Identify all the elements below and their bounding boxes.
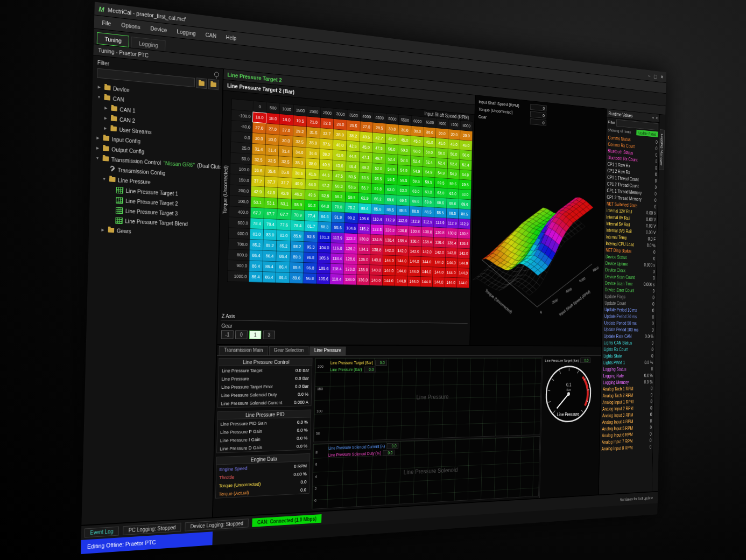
map-row-header[interactable]: 50.0 bbox=[230, 152, 252, 165]
gear-option-button[interactable]: 3 bbox=[263, 331, 275, 339]
runtime-item[interactable]: Lights CAN Status0 bbox=[602, 339, 655, 346]
map-cell[interactable]: 42.9 bbox=[251, 186, 265, 197]
map-cell[interactable]: 86.4 bbox=[263, 261, 276, 272]
map-cell[interactable]: 144.0 bbox=[433, 257, 445, 267]
map-col-header[interactable]: 6000 bbox=[411, 116, 424, 127]
runtime-item[interactable]: Logging Rate0.0 % bbox=[601, 372, 654, 379]
map-cell[interactable]: 47.1 bbox=[359, 152, 372, 163]
runtime-item[interactable]: Update Rate CAN0.0 % bbox=[602, 333, 656, 340]
map-cell[interactable]: 138.4 bbox=[458, 239, 470, 249]
map-cell[interactable]: 53.5 bbox=[346, 181, 359, 193]
map-col-header[interactable]: 0 bbox=[253, 101, 267, 113]
map-col-header[interactable]: 6500 bbox=[424, 117, 436, 128]
map-cell[interactable]: 67.7 bbox=[277, 209, 291, 220]
map-col-header[interactable]: 7500 bbox=[448, 119, 461, 130]
map-cell[interactable]: 53.5 bbox=[358, 172, 372, 184]
map-cell[interactable]: 60.3 bbox=[305, 200, 318, 211]
map-cell[interactable]: 142.0 bbox=[421, 247, 433, 257]
map-cell[interactable]: 59.8 bbox=[371, 183, 384, 194]
map-cell[interactable]: 29.2 bbox=[293, 125, 307, 137]
map-cell[interactable]: 28.5 bbox=[373, 122, 386, 134]
map-cell[interactable]: 69.6 bbox=[384, 194, 397, 205]
map-cell[interactable]: 86.4 bbox=[276, 272, 290, 283]
runtime-item[interactable]: Update Period 100 ms0 bbox=[602, 326, 656, 333]
map-cell[interactable]: 78.4 bbox=[291, 220, 305, 232]
map-cell[interactable]: 52.4 bbox=[423, 157, 435, 167]
map-cell[interactable]: 86.4 bbox=[276, 262, 290, 272]
menu-item-logging[interactable]: Logging bbox=[172, 26, 200, 38]
map-cell[interactable]: 46.4 bbox=[346, 161, 359, 172]
map-cell[interactable]: 41.9 bbox=[333, 150, 346, 161]
map-cell[interactable]: 40.5 bbox=[360, 131, 373, 143]
map-cell[interactable]: 59.5 bbox=[423, 177, 435, 187]
map-cell[interactable]: 144.0 bbox=[382, 275, 395, 285]
map-cell[interactable]: 112.9 bbox=[458, 219, 470, 229]
map-cell[interactable]: 30.0 bbox=[411, 125, 424, 137]
map-cell[interactable]: 130.8 bbox=[409, 226, 421, 237]
map-cell[interactable]: 36.0 bbox=[333, 129, 347, 141]
map-cell[interactable]: 70.0 bbox=[332, 201, 345, 213]
map-cell[interactable]: 112.9 bbox=[396, 215, 409, 226]
map-cell[interactable]: 50.0 bbox=[448, 149, 460, 159]
map-cell[interactable]: 81.7 bbox=[304, 221, 318, 232]
map-cell[interactable]: 35.3 bbox=[292, 157, 306, 169]
map-cell[interactable]: 47.5 bbox=[372, 143, 385, 154]
map-cell[interactable]: 45.0 bbox=[398, 135, 411, 146]
chevron-right-icon[interactable]: ▶ bbox=[97, 85, 102, 89]
map-cell[interactable]: 54.9 bbox=[435, 167, 447, 178]
map-cell[interactable]: 144.0 bbox=[407, 276, 420, 286]
map-cell[interactable]: 49.2 bbox=[359, 162, 372, 173]
map-cell[interactable]: 31.4 bbox=[252, 143, 266, 155]
map-col-header[interactable]: 500 bbox=[266, 102, 280, 114]
map-cell[interactable]: 144.0 bbox=[433, 267, 445, 277]
map-cell[interactable]: 122.5 bbox=[370, 224, 383, 235]
map-cell[interactable]: 31.4 bbox=[279, 145, 293, 157]
map-cell[interactable]: 105.6 bbox=[317, 253, 330, 263]
map-cell[interactable]: 78.4 bbox=[250, 218, 264, 229]
close-panel-icon[interactable]: ✕ bbox=[656, 116, 658, 120]
map-cell[interactable]: 85.2 bbox=[277, 240, 291, 251]
map-cell[interactable]: 89.6 bbox=[290, 262, 304, 273]
map-cell[interactable]: 37.7 bbox=[265, 176, 278, 187]
map-cell[interactable]: 138.4 bbox=[433, 237, 446, 247]
map-cell[interactable]: 21.0 bbox=[307, 116, 320, 128]
map-cell[interactable]: 88.5 bbox=[409, 206, 422, 216]
map-cell[interactable]: 134.8 bbox=[370, 234, 383, 245]
map-cell[interactable]: 144.0 bbox=[395, 276, 408, 286]
map-cell[interactable]: 144.0 bbox=[383, 265, 396, 276]
map-cell[interactable]: 59.5 bbox=[459, 179, 471, 190]
map-row-header[interactable]: 800.0 bbox=[228, 249, 249, 261]
map-cell[interactable]: 115.2 bbox=[357, 223, 371, 234]
map-cell[interactable]: 112.9 bbox=[421, 216, 434, 227]
map-cell[interactable]: 27.0 bbox=[279, 124, 293, 136]
gear-option-button[interactable]: -1 bbox=[221, 330, 234, 339]
map-cell[interactable]: 67.7 bbox=[264, 208, 277, 219]
map-cell[interactable]: 45.0 bbox=[448, 139, 460, 150]
gear-option-button[interactable]: 0 bbox=[235, 331, 248, 339]
map-cell[interactable]: 42.5 bbox=[346, 141, 360, 152]
map-cell[interactable]: 53.1 bbox=[251, 197, 265, 208]
map-cell[interactable]: 85.2 bbox=[250, 239, 264, 250]
map-cell[interactable]: 30.0 bbox=[265, 134, 279, 146]
update-rates-button[interactable]: Update Rates bbox=[636, 130, 658, 137]
map-cell[interactable]: 52.4 bbox=[447, 159, 460, 170]
map-cell[interactable]: 85.9 bbox=[291, 230, 305, 242]
map-row-header[interactable]: 700.0 bbox=[228, 239, 250, 250]
map-row-header[interactable]: 200.0 bbox=[229, 185, 251, 197]
dash-tab-transmission-main[interactable]: Transmission Main bbox=[219, 346, 268, 355]
map-cell[interactable]: 136.0 bbox=[356, 275, 370, 285]
map-cell[interactable]: 112.9 bbox=[384, 214, 397, 225]
menu-item-help[interactable]: Help bbox=[221, 32, 241, 43]
map-cell[interactable]: 142.0 bbox=[445, 248, 458, 258]
chevron-right-icon[interactable]: ▶ bbox=[95, 136, 101, 141]
map-cell[interactable]: 105.6 bbox=[317, 263, 330, 274]
map-cell[interactable]: 37.5 bbox=[320, 138, 333, 150]
map-cell[interactable]: 69.6 bbox=[434, 198, 447, 208]
map-cell[interactable]: 42.7 bbox=[372, 132, 385, 144]
map-cell[interactable]: 37.7 bbox=[278, 177, 292, 188]
map-cell[interactable]: 63.0 bbox=[384, 184, 397, 195]
map-cell[interactable]: 59.5 bbox=[384, 174, 397, 185]
runtime-item[interactable]: Lights PWM 10.0 % bbox=[602, 359, 655, 366]
map-cell[interactable]: 50.0 bbox=[435, 148, 448, 158]
map-cell[interactable]: 18.0 bbox=[279, 114, 293, 125]
